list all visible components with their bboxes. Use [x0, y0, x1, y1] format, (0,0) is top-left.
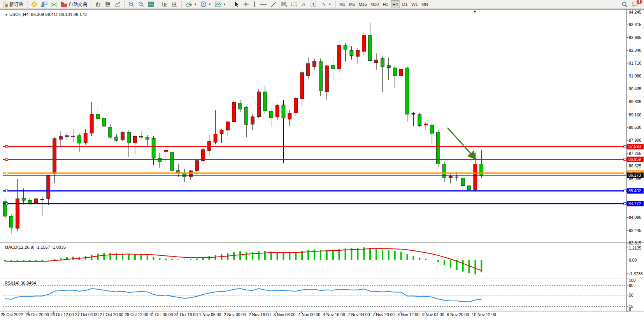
- legend-collapse-icon[interactable]: ▼: [5, 13, 8, 17]
- timeframe-h1-button[interactable]: H1: [381, 0, 390, 8]
- trendline-button[interactable]: [269, 0, 278, 8]
- candle: [399, 67, 403, 80]
- price-line[interactable]: [3, 146, 626, 148]
- price-axis-label: 86.625: [629, 164, 641, 168]
- price-axis-label: 89.160: [629, 113, 641, 117]
- chart-canvas[interactable]: 94.24593.61592.98592.34091.71091.08090.4…: [0, 9, 644, 320]
- svg-text:F: F: [296, 5, 297, 7]
- accounts-button[interactable]: [39, 0, 49, 8]
- candle: [405, 67, 409, 122]
- svg-text:T: T: [312, 2, 315, 7]
- candle: [220, 129, 223, 143]
- auto-scroll-button[interactable]: [160, 0, 170, 8]
- timeframe-mn-button[interactable]: MN: [420, 0, 430, 8]
- candle: [275, 104, 279, 120]
- timeframe-w1-button[interactable]: W1: [410, 0, 420, 8]
- cursor-button[interactable]: [232, 0, 241, 8]
- candle: [139, 131, 143, 139]
- tile-windows-button[interactable]: [146, 0, 156, 8]
- auto-trading-icon: [61, 2, 67, 7]
- cursor-icon: [234, 1, 239, 7]
- crosshair-icon: [243, 1, 249, 7]
- new-order-button[interactable]: 新订单: [1, 0, 25, 8]
- time-axis-label: 7 Nov 20:00: [373, 312, 395, 317]
- signals-button[interactable]: [49, 0, 59, 8]
- auto-trading-button[interactable]: 自动交易: [59, 0, 89, 8]
- toolbar-separator: [229, 1, 231, 8]
- vertical-line-button[interactable]: [251, 0, 258, 8]
- fibonacci-button[interactable]: E: [279, 0, 289, 8]
- time-axis-label: 2 Nov 00:00: [224, 312, 246, 317]
- quotes-button[interactable]: [30, 0, 39, 8]
- time-axis-label: 1 Nov 08:00: [199, 312, 221, 317]
- shapes-button[interactable]: ▼: [319, 0, 333, 8]
- toolbar-separator: [123, 1, 126, 8]
- price-axis-label: 82.815: [629, 241, 641, 245]
- time-axis-label: 10 Nov 12:00: [472, 312, 496, 317]
- zoom-in-icon: [128, 1, 135, 7]
- time-axis-label: 9 Nov 20:00: [447, 312, 469, 317]
- candle: [393, 65, 397, 88]
- candle: [152, 136, 155, 165]
- timeframe-m5-button[interactable]: M5: [347, 0, 357, 8]
- fibo-expansion-button[interactable]: F: [289, 0, 299, 8]
- zoom-in-button[interactable]: [127, 0, 136, 8]
- price-line[interactable]: [3, 202, 626, 205]
- zoom-out-button[interactable]: [137, 0, 146, 8]
- dropdown-caret-icon: ▼: [328, 3, 332, 6]
- text-label-button[interactable]: T: [309, 0, 319, 8]
- text-button[interactable]: A: [300, 0, 308, 8]
- trend-arrow-annotation[interactable]: [447, 128, 476, 159]
- dropdown-caret-icon: ▼: [208, 3, 211, 6]
- price-line-axis-label: 86.959: [627, 157, 644, 162]
- chart-bars-button[interactable]: [93, 0, 103, 8]
- chart-line-button[interactable]: [113, 0, 122, 8]
- toolbar: 新订单 自动交易: [0, 0, 644, 9]
- price-line[interactable]: [3, 158, 626, 161]
- time-axis-label: 27 Oct 20:00: [100, 312, 123, 317]
- indicators-button[interactable]: ▼: [184, 0, 198, 8]
- timeframe-m1-button[interactable]: M1: [338, 0, 347, 8]
- price-axis-label: 88.530: [629, 125, 641, 130]
- price-axis-label: 84.090: [629, 215, 641, 220]
- periods-button[interactable]: ▼: [199, 0, 213, 8]
- vertical-line-icon: [253, 1, 256, 7]
- price-axis-label: 91.080: [629, 74, 641, 78]
- timeframe-d1-button[interactable]: D1: [400, 0, 410, 8]
- candle: [257, 89, 260, 118]
- crosshair-button[interactable]: [241, 0, 251, 8]
- templates-button[interactable]: ▼: [213, 0, 228, 8]
- horizontal-line-button[interactable]: [258, 0, 268, 8]
- svg-text:A: A: [302, 2, 305, 7]
- candle: [387, 58, 390, 80]
- candle: [300, 70, 304, 106]
- price-line[interactable]: [3, 172, 626, 174]
- price-line[interactable]: [3, 190, 626, 192]
- price-line-axis-label: 85.402: [627, 188, 644, 193]
- search-button[interactable]: [620, 0, 630, 8]
- candle: [381, 56, 384, 92]
- timeframe-m30-button[interactable]: M30: [369, 0, 380, 8]
- timeframe-h4-button[interactable]: H4: [391, 0, 400, 8]
- candle: [127, 130, 131, 157]
- tile-windows-icon: [148, 1, 154, 7]
- time-axis-label: 7 Nov 04:00: [348, 312, 370, 317]
- chart-shift-marker[interactable]: ▼: [473, 10, 477, 14]
- chart-candles-button[interactable]: [103, 0, 112, 8]
- legend-symbol: USOil-,H4: [9, 12, 29, 17]
- candle: [40, 197, 44, 216]
- candle: [90, 102, 93, 136]
- price-line-axis-label: 87.593: [627, 144, 644, 149]
- candle: [232, 100, 236, 122]
- bar-chart-icon: [95, 1, 101, 7]
- chart-shift-button[interactable]: [170, 0, 179, 8]
- price-axis-label: 92.340: [629, 48, 641, 53]
- notifications-button[interactable]: 1: [630, 0, 640, 8]
- candle: [331, 55, 335, 79]
- toolbar-separator: [334, 1, 337, 8]
- candle: [146, 135, 149, 146]
- timeframe-m15-button[interactable]: M15: [357, 0, 369, 8]
- price-axis-label: 92.985: [629, 35, 641, 40]
- candle: [449, 174, 452, 183]
- chart-window[interactable]: 94.24593.61592.98592.34091.71091.08090.4…: [0, 9, 644, 320]
